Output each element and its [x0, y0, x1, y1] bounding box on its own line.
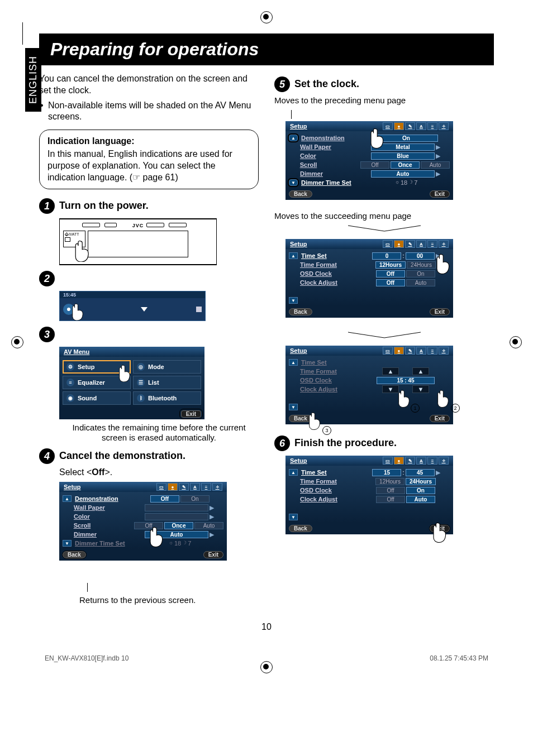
back-button[interactable]: Back [289, 525, 312, 532]
osd-tab-icon: A [416, 347, 426, 355]
av-menu-bluetooth[interactable]: ᛒBluetooth [133, 391, 201, 405]
exit-button[interactable]: Exit [430, 415, 450, 422]
page-down-icon[interactable]: ▼ [289, 297, 298, 304]
row-time-format[interactable]: Time Format [300, 261, 361, 268]
opt-once[interactable]: Once [391, 161, 420, 169]
exit-button[interactable]: Exit [430, 190, 450, 198]
opt-12h[interactable]: 12Hours [375, 261, 406, 269]
time-minute[interactable]: 45 [406, 469, 435, 476]
min-down-icon[interactable]: ▼ [412, 385, 429, 393]
annotation-2: 2 [451, 404, 460, 413]
opt-on[interactable]: On [180, 495, 210, 503]
opt-blue[interactable]: Blue [371, 152, 435, 160]
step-heading-turn-on: Turn on the power. [59, 198, 149, 212]
step-number-4: 4 [39, 448, 55, 464]
row-dimmer[interactable]: Dimmer [74, 531, 135, 538]
opt-24h[interactable]: 24Hours [407, 261, 436, 269]
page-down-icon[interactable]: ▼ [289, 404, 298, 410]
hour-up-icon[interactable]: ▲ [382, 367, 399, 375]
page-up-icon[interactable]: ▲ [63, 495, 72, 502]
row-time-format[interactable]: Time Format [300, 478, 361, 485]
row-osd-clock[interactable]: OSD Clock [300, 487, 361, 494]
page-up-icon[interactable]: ▲ [289, 252, 298, 259]
row-time-set[interactable]: Time Set [301, 252, 363, 259]
back-button[interactable]: Back [289, 308, 312, 315]
av-exit-button[interactable]: Exit [181, 410, 201, 418]
osd-tab-icon: ✎ [405, 347, 415, 355]
av-menu: AV Menu ⚙Setup ◎Mode ≡Equalizer ☰List ◉S… [59, 347, 204, 419]
av-menu-sound[interactable]: ◉Sound [63, 391, 131, 405]
opt-auto[interactable]: Auto [406, 279, 435, 286]
print-mark-icon [260, 11, 273, 23]
opt-off[interactable]: Off [150, 495, 179, 503]
opt-off[interactable]: Off [376, 270, 405, 277]
opt-off[interactable]: Off [376, 487, 405, 494]
opt-auto[interactable]: Auto [406, 496, 435, 503]
row-wallpaper[interactable]: Wall Paper [300, 143, 361, 150]
back-button[interactable]: Back [289, 190, 312, 198]
av-menu-setup[interactable]: ⚙Setup [63, 360, 131, 374]
osd-tab-icon: ● [168, 483, 178, 491]
page-up-icon[interactable]: ▲ [289, 359, 298, 366]
print-mark-icon [11, 336, 23, 348]
page-down-icon[interactable]: ▼ [63, 540, 72, 547]
row-dimmer-time[interactable]: Dimmer Time Set [301, 179, 363, 186]
page-up-icon[interactable]: ▲ [289, 469, 298, 476]
back-button[interactable]: Back [63, 551, 86, 558]
caption-succeeding: Moves to the succeeding menu page [274, 211, 494, 221]
av-menu-mode[interactable]: ◎Mode [133, 360, 201, 374]
row-color[interactable]: Color [74, 513, 135, 520]
row-wallpaper[interactable]: Wall Paper [74, 504, 135, 511]
osd-tab-icon: A [416, 457, 426, 465]
opt-24h[interactable]: 24Hours [406, 478, 436, 485]
opt-auto[interactable]: Auto [371, 170, 435, 178]
osd-tab-icon: ✧ [439, 457, 449, 465]
gear-icon: ⚙ [66, 363, 74, 371]
osd-tab-icon: ≡ [427, 122, 437, 130]
row-scroll[interactable]: Scroll [300, 161, 360, 168]
opt-off[interactable]: Off [376, 496, 405, 503]
opt-auto[interactable]: Auto [194, 522, 223, 529]
finger-icon [436, 389, 451, 407]
hour-down-icon[interactable]: ▼ [382, 385, 399, 393]
opt-off[interactable]: Off [360, 161, 389, 169]
opt-color[interactable] [145, 513, 208, 520]
row-dimmer-time[interactable]: Dimmer Time Set [75, 540, 136, 547]
osd-tab-icon: ● [394, 347, 404, 355]
finger-icon [369, 127, 386, 147]
page-down-icon[interactable]: ▼ [289, 179, 298, 186]
row-color[interactable]: Color [300, 152, 361, 159]
row-time-set[interactable]: Time Set [301, 469, 363, 476]
av-menu-list[interactable]: ☰List [133, 376, 201, 389]
page-down-icon[interactable]: ▼ [289, 514, 298, 520]
time-minute[interactable]: 00 [406, 252, 435, 260]
opt-on[interactable]: On [406, 487, 435, 494]
setup-title: Setup [290, 241, 307, 247]
row-osd-clock[interactable]: OSD Clock [300, 270, 361, 277]
opt-wallpaper[interactable] [145, 504, 208, 511]
opt-12h[interactable]: 12Hours [375, 478, 404, 485]
osd-tab-icon: ▭ [383, 347, 393, 355]
opt-once[interactable]: Once [164, 522, 193, 529]
opt-on[interactable]: On [406, 270, 435, 277]
opt-auto[interactable]: Auto [421, 161, 450, 169]
exit-button[interactable]: Exit [203, 551, 223, 558]
row-clock-adjust[interactable]: Clock Adjust [300, 496, 361, 503]
page-up-icon[interactable]: ▲ [289, 135, 298, 141]
time-hour[interactable]: 15 [372, 469, 401, 476]
exit-button[interactable]: Exit [430, 308, 450, 315]
row-osd-clock: OSD Clock [300, 377, 361, 384]
row-scroll[interactable]: Scroll [74, 522, 134, 529]
page-reference: ☞ page 61 [132, 173, 175, 182]
row-demonstration[interactable]: Demonstration [301, 135, 363, 141]
time-hour[interactable]: 0 [372, 252, 401, 260]
opt-off[interactable]: Off [376, 279, 405, 286]
row-clock-adjust[interactable]: Clock Adjust [300, 279, 361, 286]
step-number-6: 6 [274, 436, 290, 451]
min-up-icon[interactable]: ▲ [412, 367, 429, 375]
row-demonstration[interactable]: Demonstration [75, 495, 136, 502]
finger-icon [397, 389, 412, 407]
step-heading-cancel-demo: Cancel the demonstration. [59, 448, 185, 462]
device-brand: JVC [132, 223, 144, 228]
row-dimmer[interactable]: Dimmer [300, 170, 361, 177]
